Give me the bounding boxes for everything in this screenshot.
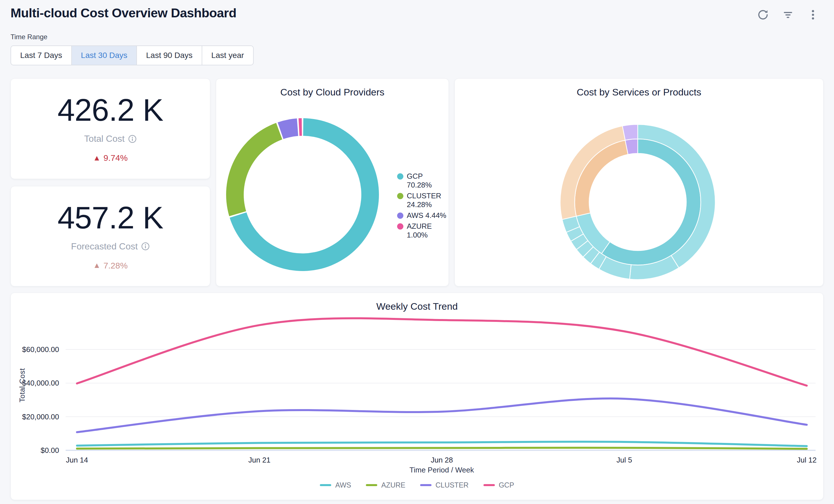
forecasted-cost-delta: ▲ 7.28% <box>93 261 128 270</box>
trend-x-axis-label: Time Period / Week <box>410 466 475 474</box>
info-icon[interactable] <box>128 135 137 143</box>
info-icon[interactable] <box>141 242 150 250</box>
x-tick-label: Jul 12 <box>797 456 816 464</box>
time-range-option-last-90-days[interactable]: Last 90 Days <box>136 45 202 65</box>
services-outer-sub-11[interactable] <box>622 125 638 140</box>
legend-swatch <box>420 484 432 486</box>
more-menu-button[interactable] <box>806 7 820 22</box>
series-line-gcp[interactable] <box>77 318 807 386</box>
trend-legend-item-cluster[interactable]: CLUSTER <box>420 481 469 489</box>
kpi-label-text: Total Cost <box>84 133 125 144</box>
total-cost-value: 426.2 K <box>58 94 163 126</box>
legend-swatch <box>483 484 495 486</box>
delta-up-icon: ▲ <box>93 154 101 162</box>
page-title: Multi-cloud Cost Overview Dashboard <box>10 6 236 20</box>
kpi-column: 426.2 K Total Cost ▲ 9.74% 457.2 K Forec… <box>10 79 210 286</box>
trend-legend-item-gcp[interactable]: GCP <box>483 481 514 489</box>
refresh-button[interactable] <box>755 7 770 22</box>
delta-value: 7.28% <box>103 261 128 270</box>
legend-label: GCP 70.28% <box>407 172 448 190</box>
cost-by-providers-card: Cost by Cloud Providers GCP 70.28%CLUSTE… <box>216 79 449 286</box>
time-range-option-last-30-days[interactable]: Last 30 Days <box>71 45 137 65</box>
legend-label: CLUSTER <box>436 481 469 489</box>
trend-y-axis-label: Total Cost <box>18 368 27 402</box>
forecasted-cost-label: Forecasted Cost <box>71 241 150 252</box>
legend-item-gcp[interactable]: GCP 70.28% <box>397 172 448 190</box>
y-tick-label: $20,000.00 <box>22 413 59 421</box>
x-tick-label: Jun 28 <box>431 456 453 464</box>
y-tick-label: $40,000.00 <box>22 379 59 387</box>
refresh-icon <box>757 8 769 21</box>
dashboard-grid: 426.2 K Total Cost ▲ 9.74% 457.2 K Forec… <box>0 79 834 286</box>
legend-dot <box>397 173 403 179</box>
legend-item-aws[interactable]: AWS 4.44% <box>397 211 448 220</box>
time-range-label: Time Range <box>10 33 824 41</box>
legend-item-azure[interactable]: AZURE 1.00% <box>397 222 448 240</box>
kebab-menu-icon <box>807 8 819 21</box>
x-tick-label: Jun 21 <box>248 456 270 464</box>
filter-icon <box>782 8 794 21</box>
legend-dot <box>397 223 403 229</box>
legend-label: AWS 4.44% <box>407 211 446 220</box>
total-cost-label: Total Cost <box>84 133 136 144</box>
series-line-azure[interactable] <box>77 448 807 449</box>
providers-legend: GCP 70.28%CLUSTER 24.28%AWS 4.44%AZURE 1… <box>397 172 448 241</box>
providers-segment-azure[interactable] <box>299 118 302 136</box>
time-range-section: Time Range Last 7 DaysLast 30 DaysLast 9… <box>0 22 834 65</box>
legend-label: AWS <box>335 481 351 489</box>
legend-label: AZURE <box>381 481 405 489</box>
filter-button[interactable] <box>781 7 795 22</box>
total-cost-card: 426.2 K Total Cost ▲ 9.74% <box>10 79 210 179</box>
trend-legend: AWSAZURECLUSTERGCP <box>11 481 823 489</box>
delta-value: 9.74% <box>103 153 128 163</box>
legend-label: GCP <box>499 481 514 489</box>
forecasted-cost-card: 457.2 K Forecasted Cost ▲ 7.28% <box>10 186 210 287</box>
trend-line-chart: $0.00$20,000.00$40,000.00$60,000.00Jun 1… <box>11 293 824 500</box>
legend-label: AZURE 1.00% <box>407 222 448 240</box>
legend-item-cluster[interactable]: CLUSTER 24.28% <box>397 192 448 209</box>
total-cost-delta: ▲ 9.74% <box>93 153 128 163</box>
legend-label: CLUSTER 24.28% <box>407 192 448 209</box>
services-sunburst-chart <box>455 79 824 287</box>
series-line-aws[interactable] <box>77 442 807 446</box>
y-tick-label: $0.00 <box>41 446 59 455</box>
x-tick-label: Jun 14 <box>66 456 88 464</box>
cost-by-services-card: Cost by Services or Products <box>455 79 824 286</box>
legend-swatch <box>366 484 377 486</box>
kpi-label-text: Forecasted Cost <box>71 241 138 252</box>
legend-dot <box>397 193 403 199</box>
forecasted-cost-value: 457.2 K <box>58 202 163 233</box>
legend-swatch <box>320 484 331 486</box>
dashboard-header: Multi-cloud Cost Overview Dashboard <box>0 0 834 22</box>
delta-up-icon: ▲ <box>93 262 101 269</box>
trend-legend-item-aws[interactable]: AWS <box>320 481 351 489</box>
header-toolbar <box>755 6 820 22</box>
y-tick-label: $60,000.00 <box>22 345 59 354</box>
series-line-cluster[interactable] <box>77 399 807 432</box>
providers-segment-cluster[interactable] <box>226 123 282 216</box>
time-range-option-last-year[interactable]: Last year <box>202 45 254 65</box>
trend-legend-item-azure[interactable]: AZURE <box>366 481 405 489</box>
time-range-option-last-7-days[interactable]: Last 7 Days <box>10 45 72 65</box>
weekly-cost-trend-card: Weekly Cost Trend $0.00$20,000.00$40,000… <box>10 293 824 500</box>
x-tick-label: Jul 5 <box>616 456 632 464</box>
legend-dot <box>397 213 403 219</box>
time-range-group: Last 7 DaysLast 30 DaysLast 90 DaysLast … <box>10 45 254 65</box>
